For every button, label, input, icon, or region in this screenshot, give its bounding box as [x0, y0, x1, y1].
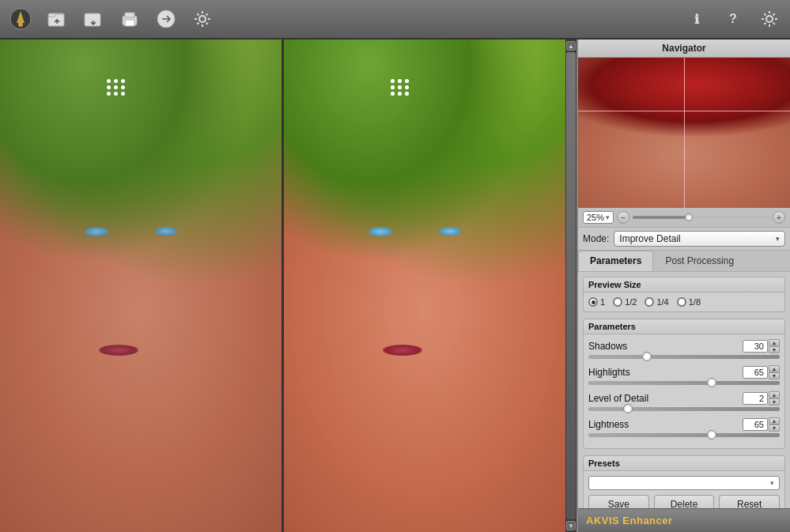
hat-dot [121, 92, 125, 96]
scroll-down-button[interactable]: ▼ [566, 521, 576, 530]
vertical-scrollbar[interactable]: ▲ ▼ [565, 40, 576, 532]
eye-left [85, 227, 108, 236]
radio-1[interactable]: 1 [588, 297, 605, 307]
radio-1-8[interactable]: 1/8 [677, 297, 701, 307]
level-of-detail-spinner: ▲ ▼ [769, 391, 780, 406]
zoom-slider[interactable] [633, 216, 769, 219]
shadows-value: 30 [743, 340, 768, 353]
hat-dot [398, 85, 402, 89]
level-of-detail-spin-down[interactable]: ▼ [769, 398, 780, 406]
delete-button[interactable]: Delete [654, 495, 715, 508]
level-of-detail-value: 2 [743, 392, 768, 405]
presets-section: Presets ▾ Save Delete Reset [583, 455, 785, 508]
level-of-detail-slider[interactable] [588, 407, 780, 411]
shadows-slider-thumb[interactable] [642, 352, 652, 361]
highlights-value: 65 [743, 366, 768, 379]
save-icon[interactable] [81, 6, 106, 32]
level-of-detail-label-row: Level of Detail 2 ▲ ▼ [588, 391, 780, 406]
highlights-label: Highlights [588, 367, 630, 378]
zoom-slider-thumb[interactable] [685, 213, 693, 221]
zoom-bar: 25% ▾ − + [578, 208, 790, 228]
tab-post-processing[interactable]: Post Processing [653, 251, 746, 271]
save-button[interactable]: Save [588, 495, 649, 508]
face-overlay-left [0, 40, 282, 532]
hat-dot [107, 85, 111, 89]
lightness-slider-thumb[interactable] [707, 430, 716, 440]
preferences-icon[interactable] [757, 6, 782, 32]
scroll-thumb[interactable] [566, 52, 576, 519]
highlights-slider-thumb[interactable] [707, 378, 716, 387]
hat-dot [405, 92, 409, 96]
parameters-section-title: Parameters [584, 319, 784, 334]
settings-icon[interactable] [190, 6, 215, 32]
mode-bar: Mode: Improve Detail ▾ [578, 228, 790, 251]
hat-dot [121, 85, 125, 89]
shadows-label: Shadows [588, 341, 627, 352]
hat-dot [405, 85, 409, 89]
original-photo [0, 40, 282, 532]
mode-value: Improve Detail [619, 233, 680, 244]
tab-parameters[interactable]: Parameters [578, 251, 653, 271]
level-of-detail-spin-up[interactable]: ▲ [769, 391, 780, 398]
zoom-value: 25% [587, 213, 604, 222]
svg-rect-6 [125, 20, 134, 26]
shadows-row: Shadows 30 ▲ ▼ [588, 339, 780, 359]
image-area: ▲ ▼ [0, 40, 576, 532]
shadows-slider[interactable] [588, 355, 780, 359]
zoom-plus-button[interactable]: + [773, 211, 785, 224]
export-icon[interactable] [153, 6, 179, 32]
reset-button[interactable]: Reset [719, 495, 780, 508]
highlights-spin-up[interactable]: ▲ [769, 365, 780, 372]
print-icon[interactable] [117, 6, 142, 32]
highlights-label-row: Highlights 65 ▲ ▼ [588, 365, 780, 379]
parameters-panel: Preview Size 1 1/2 1/4 [578, 272, 790, 508]
level-of-detail-label: Level of Detail [588, 393, 648, 404]
level-of-detail-row: Level of Detail 2 ▲ ▼ [588, 391, 780, 411]
zoom-value-box[interactable]: 25% ▾ [583, 211, 614, 224]
hat-dot [107, 92, 111, 96]
lightness-spin-up[interactable]: ▲ [769, 417, 780, 424]
level-of-detail-slider-thumb[interactable] [623, 404, 633, 413]
radio-circle-1-4 [644, 297, 654, 307]
lightness-value: 65 [743, 418, 768, 431]
highlights-row: Highlights 65 ▲ ▼ [588, 365, 780, 385]
info-icon[interactable]: ℹ [684, 6, 709, 32]
mode-select[interactable]: Improve Detail ▾ [614, 231, 785, 247]
scroll-up-button[interactable]: ▲ [566, 41, 576, 51]
presets-input[interactable]: ▾ [588, 476, 780, 490]
processed-photo [284, 40, 565, 532]
zoom-dropdown-arrow: ▾ [606, 213, 610, 221]
toolbar: ℹ ? [0, 0, 790, 40]
preview-size-section: Preview Size 1 1/2 1/4 [583, 277, 785, 312]
mode-select-arrow: ▾ [776, 235, 780, 243]
crosshair-horizontal [578, 111, 790, 111]
level-of-detail-value-box: 2 ▲ ▼ [743, 391, 780, 406]
hat-dot [398, 79, 402, 83]
brand-label: AKVIS Enhancer [586, 515, 673, 526]
eye-left-processed [369, 227, 392, 236]
hat-decoration-left [107, 79, 126, 96]
radio-1-4[interactable]: 1/4 [644, 297, 668, 307]
open-file-icon[interactable] [44, 6, 70, 32]
help-icon[interactable]: ? [720, 6, 746, 32]
shadows-spin-up[interactable]: ▲ [769, 339, 780, 346]
highlights-slider[interactable] [588, 381, 780, 385]
right-panel: Navigator 25% ▾ − + Mode: Improve Detail… [576, 40, 790, 532]
lightness-slider[interactable] [588, 433, 780, 437]
lips-processed [383, 345, 422, 356]
radio-circle-1-2 [613, 297, 622, 307]
app-logo-icon [8, 6, 33, 32]
radio-label-1-8: 1/8 [689, 297, 701, 307]
highlights-spin-down[interactable]: ▼ [769, 372, 780, 379]
eye-right-processed [439, 227, 461, 236]
lightness-label-row: Lightness 65 ▲ ▼ [588, 417, 780, 432]
lightness-spin-down[interactable]: ▼ [769, 424, 780, 432]
bottom-bar: AKVIS Enhancer [578, 508, 790, 532]
parameters-content: Shadows 30 ▲ ▼ [584, 334, 784, 448]
navigator-preview[interactable] [578, 58, 790, 208]
hat-dot [121, 79, 125, 83]
lightness-label: Lightness [588, 419, 629, 430]
zoom-minus-button[interactable]: − [617, 211, 629, 224]
radio-1-2[interactable]: 1/2 [613, 297, 637, 307]
shadows-spin-down[interactable]: ▼ [769, 346, 780, 353]
